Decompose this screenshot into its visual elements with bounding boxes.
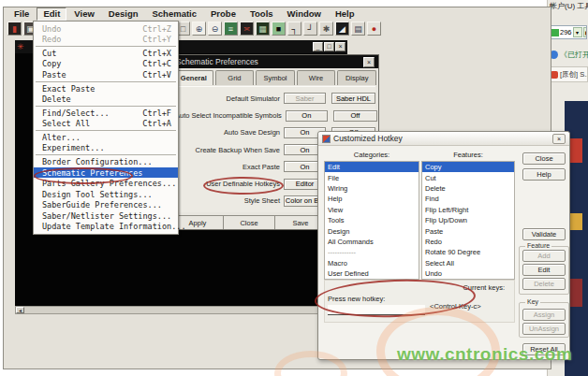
add-button[interactable]: Add	[522, 250, 566, 262]
minimize-button[interactable]: _	[313, 42, 323, 51]
category-item[interactable]: User Defined	[325, 268, 419, 279]
tab[interactable]: General	[174, 70, 213, 85]
category-item[interactable]: All Commands	[325, 237, 419, 247]
feature-item[interactable]: Rotate 90 Degree	[422, 247, 514, 257]
dialog-titlebar[interactable]: Customized Hotkey ×	[318, 132, 569, 146]
edit-menu-item[interactable]	[34, 80, 178, 83]
hotkey-input[interactable]	[328, 305, 425, 315]
assign-button[interactable]: Assign	[522, 309, 566, 321]
edit-menu-item[interactable]	[34, 105, 178, 108]
edit-button[interactable]: Edit	[522, 264, 566, 276]
category-item[interactable]: Edit	[325, 162, 419, 172]
feature-item[interactable]: Flip Left/Right	[422, 205, 514, 215]
sheets-icon[interactable]: ≡	[224, 22, 238, 36]
edit-menu-item[interactable]: Redo Ctrl+Y	[34, 35, 178, 46]
feature-item[interactable]: Delete	[422, 183, 514, 194]
feature-item[interactable]: Find	[422, 194, 514, 204]
reset-all-button[interactable]: Reset All	[522, 343, 566, 355]
address-dropdown-icon[interactable]: ▾	[573, 27, 582, 37]
netlist-icon[interactable]: ≍	[240, 22, 254, 36]
close-button[interactable]: ×	[335, 42, 345, 51]
menu-bar-item[interactable]: File	[7, 7, 36, 21]
edit-menu-item[interactable]	[34, 129, 178, 132]
edit-menu-item[interactable]: Undo Ctrl+Z	[34, 23, 178, 35]
menu-bar-item[interactable]: Probe	[204, 7, 243, 21]
edit-menu-item[interactable]: Find/Select... Ctrl+F	[34, 108, 178, 119]
bus-icon[interactable]: ┘	[303, 22, 317, 36]
setting-option-button-2[interactable]: Off	[333, 110, 377, 122]
category-item[interactable]: ------------	[325, 247, 419, 257]
menu-bar-item[interactable]: Edit	[37, 7, 66, 21]
category-item[interactable]: Help	[325, 194, 419, 204]
maximize-button[interactable]: □	[324, 42, 334, 51]
zoom-out-icon[interactable]: ⊖	[208, 22, 222, 36]
grid-icon[interactable]: ▦	[256, 22, 270, 36]
horizontal-scrollbar[interactable]: ◄	[15, 306, 347, 314]
draw-icon[interactable]: ◢	[335, 22, 349, 36]
delete-button[interactable]: Delete	[522, 278, 566, 290]
menu-bar-item[interactable]: View	[67, 7, 100, 21]
feature-item[interactable]: Flip Up/Down	[422, 215, 514, 225]
plot-icon[interactable]: ▤	[351, 22, 365, 36]
edit-menu-item[interactable]: Exact Paste	[34, 83, 178, 94]
fill-black-icon[interactable]: ■	[272, 22, 286, 36]
edit-menu-item[interactable]: Saber/Netlister Settings...	[34, 210, 178, 222]
probe-icon[interactable]: ●	[367, 22, 381, 36]
close-dialog-button[interactable]: Close	[522, 152, 566, 165]
category-item[interactable]: File	[325, 172, 419, 182]
tab[interactable]: Wire	[297, 70, 336, 85]
dialog-titlebar[interactable]: Schematic Preferences ×	[172, 55, 378, 68]
feature-item[interactable]: Redo	[422, 237, 514, 247]
edit-menu-item[interactable]: Copy Ctrl+C	[34, 59, 178, 70]
help-button[interactable]: Help	[522, 168, 566, 181]
setting-option-button-1[interactable]: Saber	[284, 93, 326, 104]
edit-menu-item[interactable]: SaberGuide Preferences...	[34, 199, 178, 210]
edit-menu-item[interactable]: Cut Ctrl+X	[34, 48, 178, 59]
edit-menu-item[interactable]: Design Tool Settings...	[34, 189, 178, 200]
browser-menu-text[interactable]: 帐户(U) 工具(T)	[550, 1, 588, 11]
edit-menu-item[interactable]: Paste Ctrl+V	[34, 69, 178, 80]
browser-address-bar[interactable]: 296 ▾ ▶	[550, 25, 587, 39]
features-list[interactable]: CopyCutDeleteFindFlip Left/RightFlip Up/…	[421, 161, 515, 280]
feature-item[interactable]: Select All	[422, 258, 514, 268]
category-item[interactable]: Tools	[325, 215, 419, 225]
tab[interactable]: Grid	[215, 70, 255, 85]
feature-item[interactable]: Cut	[422, 172, 514, 182]
validate-button[interactable]: Validate	[522, 228, 566, 240]
close-button[interactable]: ×	[363, 57, 375, 67]
edit-menu-item[interactable]: Border Configuration...	[34, 156, 178, 167]
feature-item[interactable]: Undo	[422, 268, 514, 279]
menu-bar-item[interactable]: Design	[102, 7, 145, 21]
new-sheet-icon[interactable]: ▮	[7, 22, 22, 36]
zoom-in-icon[interactable]: ⊕	[192, 22, 206, 36]
edit-menu-item[interactable]	[34, 153, 178, 156]
browser-tab[interactable]: [原创] S... ×	[548, 66, 588, 82]
edit-menu-item[interactable]: Select All Ctrl+A	[34, 119, 178, 130]
category-item[interactable]: Wiring	[325, 183, 419, 194]
close-button[interactable]: ×	[552, 134, 566, 144]
edit-menu-item[interactable]: Schematic Preferences	[34, 167, 178, 179]
unassign-button[interactable]: UnAssign	[522, 323, 566, 335]
menu-bar-item[interactable]: Tools	[243, 7, 280, 21]
setting-option-button-2[interactable]: Saber HDL	[331, 93, 375, 104]
edit-menu-item[interactable]: Alter...	[34, 132, 178, 143]
tab[interactable]: Display	[337, 70, 376, 85]
scroll-left-icon[interactable]: ◄	[16, 307, 24, 313]
edit-menu-item[interactable]: Delete	[34, 94, 178, 105]
menu-bar-item[interactable]: Schematic	[146, 7, 204, 21]
address-go-icon[interactable]: ▶	[583, 27, 587, 37]
feature-item[interactable]: Paste	[422, 225, 514, 236]
wire-icon[interactable]: ┐	[287, 22, 301, 36]
category-item[interactable]: Design	[325, 225, 419, 236]
feature-item[interactable]: Copy	[422, 162, 514, 172]
categories-list[interactable]: EditFileWiringHelpViewToolsDesignAll Com…	[324, 161, 419, 280]
category-item[interactable]: View	[325, 205, 419, 215]
menu-bar-item[interactable]: Help	[329, 7, 361, 21]
category-item[interactable]: Macro	[325, 258, 419, 268]
edit-menu-item[interactable]: Parts Gallery Preferences...	[34, 178, 178, 189]
menu-bar-item[interactable]: Window	[281, 7, 328, 21]
footer-button[interactable]: Close	[224, 216, 275, 229]
setting-option-button-1[interactable]: On	[286, 110, 328, 122]
edit-menu-item[interactable]: Experiment...	[34, 143, 178, 154]
tab[interactable]: Symbol	[256, 70, 295, 85]
